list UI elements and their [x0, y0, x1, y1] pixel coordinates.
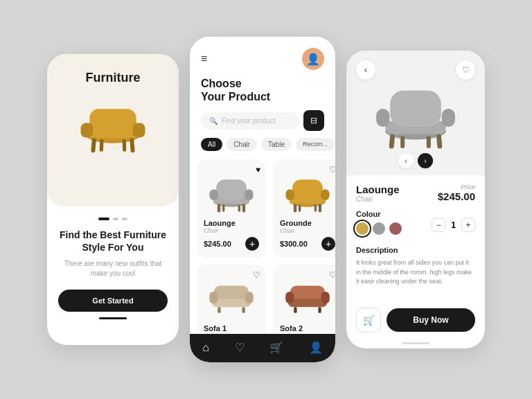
- svg-rect-17: [238, 205, 241, 213]
- price-row-grounde: $300.00 +: [280, 237, 335, 251]
- svg-rect-11: [216, 180, 247, 201]
- svg-rect-6: [130, 138, 135, 152]
- tab-recommend[interactable]: Recom...: [296, 138, 335, 151]
- header-top-row: ≡ 👤: [201, 48, 324, 70]
- product-card-grounde[interactable]: ♡ Grounde Chair: [273, 159, 335, 258]
- favorite-icon-laounge[interactable]: ♥: [256, 165, 260, 175]
- svg-rect-2: [89, 109, 136, 134]
- colour-swatch-gray[interactable]: [373, 222, 385, 235]
- svg-rect-44: [389, 134, 395, 149]
- search-row: 🔍 Find your product ⊟: [201, 110, 324, 131]
- price-row-laounge: $245.00 +: [204, 237, 259, 251]
- svg-rect-41: [390, 91, 441, 127]
- svg-rect-29: [209, 292, 218, 303]
- price-label: Price: [438, 184, 475, 190]
- svg-rect-5: [91, 138, 96, 152]
- product-name-sofa2: Sofa 2: [280, 324, 335, 332]
- product-price-grounde: $300.00: [280, 240, 308, 248]
- add-button-laounge[interactable]: +: [245, 237, 259, 251]
- product-type-laounge: Chair: [204, 227, 259, 234]
- quantity-control: − 1 +: [432, 218, 475, 232]
- favorite-button[interactable]: ♡: [456, 60, 475, 80]
- avatar[interactable]: 👤: [302, 48, 324, 70]
- search-box[interactable]: 🔍 Find your product: [201, 112, 299, 130]
- category-tabs: All Chair Table Recom...: [201, 138, 324, 151]
- add-button-grounde[interactable]: +: [321, 237, 335, 251]
- product-image-sofa2: [280, 272, 335, 320]
- svg-rect-20: [292, 180, 323, 201]
- nav-cart-icon[interactable]: 🛒: [269, 341, 283, 354]
- svg-rect-45: [436, 134, 443, 149]
- product-grid: ♥ Laounge Chair: [190, 159, 335, 334]
- product-name-group: Laounge Chair: [356, 184, 400, 209]
- product-card-sofa2[interactable]: ♡ Sofa 2 Sofa: [273, 265, 335, 334]
- svg-rect-16: [222, 205, 225, 213]
- colour-label: Colour: [356, 210, 402, 218]
- favorite-icon-grounde[interactable]: ♡: [329, 165, 335, 175]
- favorite-icon-sofa1[interactable]: ♡: [253, 270, 260, 280]
- home-indicator: [402, 342, 429, 344]
- product-main-name: Laounge: [356, 184, 400, 195]
- svg-rect-22: [321, 190, 329, 201]
- product-card-sofa1[interactable]: ♡ Sofa 1 Sofa: [197, 265, 266, 334]
- menu-icon[interactable]: ≡: [201, 53, 207, 65]
- cart-button[interactable]: 🛒: [356, 308, 381, 332]
- svg-rect-4: [133, 123, 145, 138]
- colour-swatch-yellow[interactable]: [356, 222, 369, 235]
- svg-rect-28: [214, 286, 249, 299]
- product-name-laounge: Laounge: [204, 219, 259, 227]
- back-button[interactable]: ‹: [356, 60, 375, 80]
- screen1-subtitle: There are many new outfits that make you…: [58, 259, 168, 278]
- carousel-dots: [98, 218, 127, 220]
- product-detail-image-area: ‹ ♡ ‹ ›: [346, 51, 485, 175]
- svg-rect-7: [100, 139, 104, 152]
- buy-now-button[interactable]: Buy Now: [387, 308, 475, 332]
- svg-rect-26: [314, 205, 317, 213]
- svg-rect-36: [321, 292, 330, 303]
- get-started-button[interactable]: Get Started: [58, 290, 168, 312]
- svg-rect-35: [285, 292, 294, 303]
- screen1-headline: Find the Best Furniture Style For You: [58, 229, 168, 254]
- colour-swatch-rose[interactable]: [389, 222, 402, 235]
- nav-user-icon[interactable]: 👤: [309, 341, 323, 354]
- screen1-title: Furniture: [86, 71, 141, 85]
- prev-arrow[interactable]: ‹: [398, 153, 414, 168]
- favorite-icon-sofa2[interactable]: ♡: [329, 270, 335, 280]
- svg-rect-31: [218, 308, 220, 314]
- svg-rect-21: [286, 190, 294, 201]
- quantity-decrease-button[interactable]: −: [432, 218, 445, 232]
- svg-rect-30: [245, 292, 254, 303]
- colour-swatches: [356, 222, 402, 235]
- svg-rect-25: [299, 205, 301, 213]
- svg-rect-47: [427, 136, 431, 148]
- product-name-grounde: Grounde: [280, 219, 335, 227]
- colour-qty-row: Colour − 1 +: [356, 210, 475, 240]
- quantity-increase-button[interactable]: +: [461, 218, 475, 232]
- screen-product-detail: ‹ ♡ ‹ › Laounge: [346, 51, 485, 348]
- image-nav-arrows: ‹ ›: [398, 153, 433, 168]
- bottom-navigation: ⌂ ♡ 🛒 👤: [190, 334, 335, 362]
- svg-rect-24: [319, 204, 321, 213]
- colour-section: Colour: [356, 210, 402, 240]
- screen-product-list: ≡ 👤 ChooseYour Product 🔍 Find your produ…: [190, 37, 335, 362]
- svg-rect-15: [242, 204, 245, 213]
- filter-button[interactable]: ⊟: [303, 110, 324, 131]
- product-name-sofa1: Sofa 1: [204, 324, 259, 332]
- screen1-hero: Furniture: [47, 54, 179, 206]
- tab-chair[interactable]: Chair: [227, 138, 257, 151]
- product-detail-footer: 🛒 Buy Now: [346, 308, 485, 342]
- product-detail-header: Laounge Chair Price $245.00: [356, 184, 475, 209]
- tab-all[interactable]: All: [201, 138, 222, 151]
- screen2-header: ≡ 👤 ChooseYour Product 🔍 Find your produ…: [190, 37, 335, 159]
- search-icon: 🔍: [209, 117, 218, 125]
- dot-3: [122, 218, 127, 220]
- next-arrow[interactable]: ›: [418, 153, 433, 168]
- search-placeholder: Find your product: [222, 117, 276, 125]
- tab-table[interactable]: Table: [261, 138, 292, 151]
- nav-home-icon[interactable]: ⌂: [202, 342, 209, 354]
- price-group: Price $245.00: [438, 184, 475, 202]
- nav-heart-icon[interactable]: ♡: [235, 341, 245, 354]
- quantity-value: 1: [451, 220, 456, 230]
- product-detail-body: Laounge Chair Price $245.00 Colour: [346, 175, 485, 308]
- product-card-laounge[interactable]: ♥ Laounge Chair: [197, 159, 266, 258]
